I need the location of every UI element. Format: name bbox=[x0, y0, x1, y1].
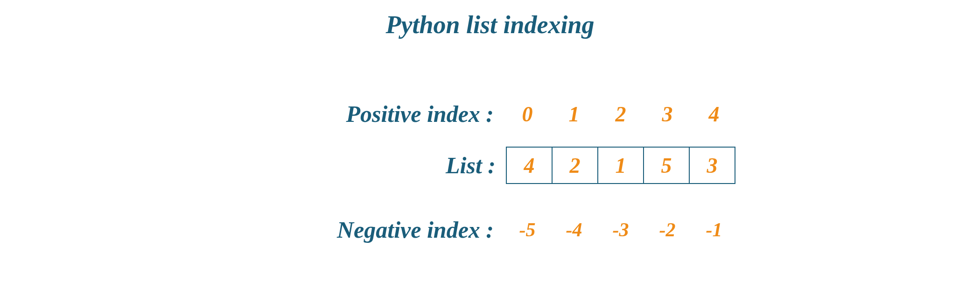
list-cell: 4 bbox=[506, 147, 553, 184]
positive-index-label: Positive index : bbox=[243, 100, 504, 127]
diagram-container: Python list indexing Positive index : 0 … bbox=[0, 0, 980, 297]
diagram-title: Python list indexing bbox=[385, 10, 594, 39]
list-cell: 5 bbox=[643, 147, 690, 184]
list-cell: 2 bbox=[552, 147, 598, 184]
positive-index-cell: 2 bbox=[597, 95, 644, 133]
negative-index-cell: -1 bbox=[691, 211, 737, 248]
negative-index-cells: -5 -4 -3 -2 -1 bbox=[504, 211, 737, 248]
list-cell: 1 bbox=[597, 147, 644, 184]
negative-index-cell: -2 bbox=[644, 211, 691, 248]
negative-index-cell: -4 bbox=[551, 211, 597, 248]
list-row: List : 4 2 1 5 3 bbox=[245, 147, 735, 184]
positive-index-cell: 0 bbox=[504, 95, 551, 133]
negative-index-row: Negative index : -5 -4 -3 -2 -1 bbox=[243, 211, 737, 248]
negative-index-label: Negative index : bbox=[243, 216, 504, 243]
positive-index-cell: 1 bbox=[551, 95, 597, 133]
negative-index-cell: -3 bbox=[597, 211, 644, 248]
list-cell: 3 bbox=[689, 147, 735, 184]
list-label: List : bbox=[245, 152, 506, 179]
positive-index-row: Positive index : 0 1 2 3 4 bbox=[243, 95, 737, 133]
list-cells: 4 2 1 5 3 bbox=[506, 147, 735, 184]
positive-index-cell: 4 bbox=[691, 95, 737, 133]
positive-index-cell: 3 bbox=[644, 95, 691, 133]
positive-index-cells: 0 1 2 3 4 bbox=[504, 95, 737, 133]
negative-index-cell: -5 bbox=[504, 211, 551, 248]
